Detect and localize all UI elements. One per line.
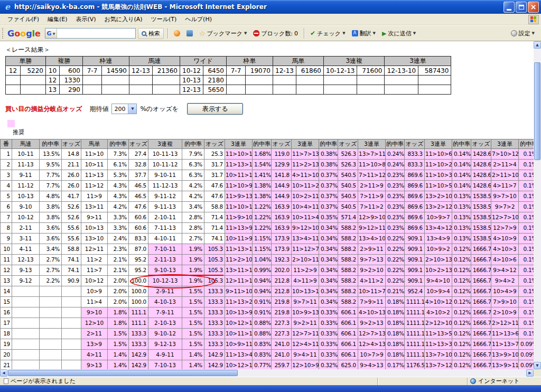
menu-item[interactable]: ツール(T) — [147, 14, 181, 25]
translate-button[interactable]: A 翻訳 ▼ — [350, 29, 378, 39]
scroll-down-arrow-icon[interactable]: ▼ — [534, 362, 541, 369]
odds-cell: 241.0 — [272, 339, 292, 350]
odds-cell: 4.8% — [40, 191, 62, 202]
odds-cell: 1538.5 — [471, 212, 491, 223]
settings-button[interactable]: 設定 ▼ — [509, 29, 537, 39]
odds-row: 129-132.7%74.111>72.1%95.29-10-131.9%105… — [1, 265, 534, 276]
odds-cell: 0.18% — [386, 307, 405, 318]
odds-cell: 9-12-13 — [148, 339, 182, 350]
vertical-scroll-thumb[interactable] — [534, 62, 540, 160]
odds-cell: 26.0 — [62, 170, 81, 181]
scroll-left-arrow-icon[interactable]: ◀ — [0, 369, 7, 377]
odds-cell: 12>10 — [81, 318, 108, 329]
odds-cell: 10>9>11 — [225, 339, 253, 350]
odds-col-header: 3連単 — [425, 139, 452, 149]
bookmark-button[interactable]: ☆ ブックマーク ▼ — [197, 29, 249, 39]
odds-cell: 11>10>8 — [358, 160, 386, 170]
odds-cell: 1111.1 — [405, 318, 425, 329]
odds-cell: 540.5 — [338, 191, 358, 202]
expected-value-select[interactable]: 200 ▼ — [111, 104, 137, 114]
spellcheck-button[interactable]: ✔ チェック ▼ — [308, 29, 347, 39]
settings-label: 設定 — [519, 30, 530, 38]
search-button[interactable]: 検索 — [138, 28, 164, 39]
odds-cell: 9>12>11 — [358, 223, 386, 234]
search-button-label: 検索 — [148, 30, 160, 38]
odds-cell: 0.13% — [452, 223, 471, 234]
odds-cell: 2>9>11 — [358, 244, 386, 255]
menu-item[interactable]: お気に入り(A) — [100, 14, 147, 25]
odds-cell: 0.1% — [519, 329, 534, 339]
odds-row: 1410>92.0%100.02-9-111.5%133.39>11>100.9… — [1, 286, 534, 297]
odds-cell: 606.1 — [338, 350, 358, 360]
odds-cell: 10>7>9 — [358, 350, 386, 360]
odds-cell: 10>4>11 — [292, 202, 319, 212]
google-menu-button[interactable]: G▼ — [45, 29, 57, 38]
scroll-up-arrow-icon[interactable]: ▲ — [534, 41, 541, 49]
breakeven-odds-table: 番馬連的中率オッズ馬単的中率オッズ3連複的中率オッズ3連単的中率オッズ3連単的中… — [0, 139, 534, 369]
vertical-scrollbar[interactable]: ▲ ▼ — [534, 41, 541, 369]
odds-cell: 0.1% — [519, 212, 534, 223]
odds-cell: 833.3 — [405, 149, 425, 160]
page-info-button[interactable] — [184, 29, 195, 38]
odds-cell: 55.6 — [62, 234, 81, 244]
odds-cell: 10>2>11 — [292, 191, 319, 202]
odds-cell: 10>9>4 — [425, 286, 452, 297]
odds-cell: 1.22% — [253, 223, 272, 234]
odds-cell: 0.1% — [519, 318, 534, 329]
minimize-button[interactable] — [503, 2, 515, 13]
horizontal-scroll-thumb[interactable] — [8, 370, 238, 376]
maximize-button[interactable] — [516, 2, 527, 13]
result-cell — [102, 85, 129, 95]
race-results-title: ＜レース結果＞ — [5, 45, 534, 54]
menu-item[interactable]: 表示(V) — [72, 14, 100, 25]
send-to-button[interactable]: ▶ 次に送信 ▼ — [380, 29, 418, 39]
menu-item[interactable]: 編集(E) — [43, 14, 72, 25]
close-button[interactable]: × — [528, 2, 539, 13]
odds-cell: 3.4% — [182, 202, 204, 212]
odds-cell: 119.0 — [272, 149, 292, 160]
pagerank-button[interactable] — [172, 29, 182, 38]
result-cell: 6450 — [203, 66, 227, 76]
check-icon: ✔ — [310, 30, 315, 36]
toolbar-grip[interactable] — [2, 28, 4, 39]
odds-cell: 0.23% — [386, 181, 405, 191]
odds-cell: 9-10 — [12, 202, 40, 212]
search-input[interactable] — [57, 29, 135, 38]
show-odds-button[interactable]: 表示する — [187, 103, 243, 115]
odds-cell: 10>11>7 — [358, 286, 386, 297]
odds-cell: 540.5 — [338, 202, 358, 212]
odds-cell: 227.3 — [272, 329, 292, 339]
result-cell: 2180 — [203, 76, 227, 85]
odds-cell: 133.3 — [204, 329, 225, 339]
odds-cell: 1.4% — [108, 360, 129, 370]
odds-col-header: 的中率 — [253, 139, 272, 149]
odds-cell: 4>10>3 — [491, 244, 519, 255]
chevron-down-icon[interactable]: ▼ — [128, 104, 136, 114]
odds-cell: 60.6 — [129, 212, 148, 223]
taskbar[interactable] — [0, 385, 541, 392]
odds-cell: 4>11>2 — [358, 276, 386, 286]
odds-col-header: オッズ — [129, 139, 148, 149]
check-label: チェック — [317, 30, 341, 38]
result-col-header: 枠単 — [227, 57, 273, 66]
result-col-header: 複勝 — [46, 57, 83, 66]
popup-blocker-button[interactable]: ブロック数: 0 — [251, 29, 300, 39]
horizontal-scrollbar[interactable]: ◀ ▶ — [0, 369, 534, 377]
menu-item[interactable]: ヘルプ(H) — [181, 14, 216, 25]
odds-col-header: 3連単 — [491, 139, 519, 149]
odds-cell: 0.23% — [386, 223, 405, 234]
odds-cell: 0.14% — [452, 170, 471, 181]
odds-cell — [40, 350, 62, 360]
menu-item[interactable]: ファイル(F) — [3, 14, 43, 25]
odds-row: 110-1113.5%14.811>107.3%27.410-11-137.9%… — [1, 149, 534, 160]
odds-cell — [62, 360, 81, 370]
scroll-right-arrow-icon[interactable]: ▶ — [526, 369, 534, 377]
odds-cell: 1.9% — [182, 276, 204, 286]
odds-cell: 0.12% — [452, 329, 471, 339]
result-cell: 587430 — [418, 66, 451, 76]
odds-cell: 9-10-13 — [148, 265, 182, 276]
odds-cell: 1666.7 — [471, 307, 491, 318]
result-cell — [418, 85, 451, 95]
result-cell — [83, 76, 102, 85]
race-results-table: 単勝複勝枠連馬連ワイド枠単馬単3連複3連単125220106007-714590… — [5, 56, 451, 95]
